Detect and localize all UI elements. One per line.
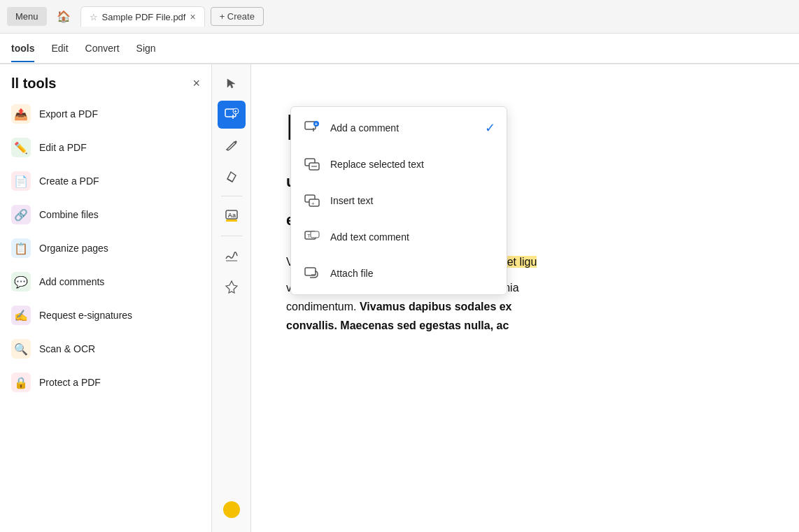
tab-close-button[interactable]: × (190, 11, 195, 22)
edit-pdf-icon: ✏️ (11, 138, 31, 157)
sidebar-item-request-esignatures[interactable]: ✍️ Request e-signatures (0, 299, 211, 332)
toolbar-tools[interactable]: tools (11, 36, 34, 62)
sidebar-item-label: Export a PDF (39, 108, 98, 120)
toolbar-convert[interactable]: Convert (85, 36, 120, 62)
dropdown-item-add-text-comment[interactable]: T Add text comment (291, 219, 507, 255)
tool-strip: + Aa (212, 64, 251, 532)
sidebar-item-protect-pdf[interactable]: 🔒 Protect a PDF (0, 366, 211, 399)
svg-rect-6 (226, 220, 237, 222)
dropdown-item-label: Add text comment (330, 231, 409, 243)
sidebar-item-edit-pdf[interactable]: ✏️ Edit a PDF (0, 131, 211, 164)
sidebar-item-export-pdf[interactable]: 📤 Export a PDF (0, 97, 211, 131)
erase-tool-button[interactable] (218, 162, 246, 190)
replace-text-menu-icon (302, 154, 322, 174)
sidebar-item-label: Scan & OCR (39, 343, 95, 354)
request-esignatures-icon: ✍️ (11, 305, 31, 325)
dropdown-item-insert-text[interactable]: + Insert text (291, 182, 507, 219)
organize-pages-icon: 📋 (11, 238, 31, 258)
protect-pdf-icon: 🔒 (11, 373, 31, 392)
text-highlight-tool-button[interactable]: Aa (218, 202, 246, 230)
add-text-comment-menu-icon: T (302, 227, 322, 247)
check-icon: ✓ (485, 120, 495, 136)
svg-text:+: + (315, 122, 318, 127)
sidebar-item-label: Create a PDF (39, 175, 99, 187)
scan-ocr-icon: 🔍 (11, 339, 31, 359)
sidebar-item-label: Combine files (39, 209, 99, 220)
dropdown-item-label: Add a comment (330, 122, 399, 134)
select-tool-button[interactable] (218, 70, 246, 98)
insert-text-menu-icon: + (302, 191, 322, 210)
sidebar-title: ll tools (11, 76, 56, 92)
tab-title: Sample PDF File.pdf (102, 12, 186, 22)
sidebar-item-label: Add comments (39, 276, 104, 287)
svg-text:+: + (311, 201, 315, 207)
dropdown-item-attach-file[interactable]: Attach file (291, 255, 507, 292)
sidebar-item-label: Organize pages (39, 243, 108, 254)
tab-star-icon: ☆ (90, 12, 98, 22)
dropdown-item-label: Replace selected text (330, 159, 424, 170)
sidebar-item-scan-ocr[interactable]: 🔍 Scan & OCR (0, 332, 211, 366)
content-area: + Add a comment ✓ Replace selected text (251, 64, 799, 532)
add-comment-menu-icon: + (302, 118, 322, 138)
sidebar-item-add-comments[interactable]: 💬 Add comments (0, 265, 211, 299)
sidebar-item-organize-pages[interactable]: 📋 Organize pages (0, 231, 211, 265)
app-toolbar: tools Edit Convert Sign (0, 34, 799, 64)
sidebar-item-combine-files[interactable]: 🔗 Combine files (0, 198, 211, 231)
new-tab-button[interactable]: + Create (211, 7, 264, 26)
svg-text:Aa: Aa (227, 212, 236, 219)
signature-tool-button[interactable] (218, 242, 246, 270)
toolbar-edit[interactable]: Edit (51, 36, 68, 62)
create-pdf-icon: 📄 (11, 171, 31, 191)
combine-files-icon: 🔗 (11, 205, 31, 224)
add-comments-icon: 💬 (11, 272, 31, 292)
dropdown-item-replace-text[interactable]: Replace selected text (291, 146, 507, 182)
svg-text:T: T (307, 233, 311, 239)
sidebar-item-label: Protect a PDF (39, 377, 101, 388)
tool-divider-1 (221, 196, 242, 196)
sidebar-close-button[interactable]: × (192, 76, 200, 91)
toolbar-sign[interactable]: Sign (136, 36, 156, 62)
sidebar: ll tools × 📤 Export a PDF ✏️ Edit a PDF … (0, 64, 212, 532)
draw-tool-button[interactable] (218, 131, 246, 159)
browser-bar: Menu 🏠 ☆ Sample PDF File.pdf × + Create (0, 0, 799, 34)
svg-rect-21 (305, 268, 316, 275)
dropdown-item-label: Attach file (330, 268, 373, 279)
svg-rect-20 (311, 231, 319, 238)
pin-tool-button[interactable] (218, 273, 246, 301)
sidebar-item-label: Request e-signatures (39, 310, 132, 321)
main-layout: ll tools × 📤 Export a PDF ✏️ Edit a PDF … (0, 64, 799, 532)
dropdown-item-label: Insert text (330, 195, 373, 206)
browser-tab[interactable]: ☆ Sample PDF File.pdf × (80, 6, 205, 27)
pdf-body-line4: condimentum. Vivamus dapibus sodales ex (286, 301, 512, 312)
menu-button[interactable]: Menu (7, 7, 47, 26)
pdf-body-line5: convallis. Maecenas sed egestas nulla, a… (286, 319, 509, 331)
sidebar-item-label: Edit a PDF (39, 142, 87, 153)
tool-divider-2 (221, 236, 242, 236)
color-selector[interactable] (223, 501, 240, 518)
sidebar-item-create-pdf[interactable]: 📄 Create a PDF (0, 164, 211, 198)
attach-file-menu-icon (302, 264, 322, 283)
dropdown-item-add-comment[interactable]: + Add a comment ✓ (291, 110, 507, 146)
dropdown-menu: + Add a comment ✓ Replace selected text (290, 106, 507, 295)
home-button[interactable]: 🏠 (52, 6, 75, 28)
add-comment-tool-button[interactable]: + (218, 101, 246, 129)
sidebar-header: ll tools × (0, 64, 211, 97)
export-pdf-icon: 📤 (11, 104, 31, 124)
svg-text:+: + (234, 109, 236, 114)
